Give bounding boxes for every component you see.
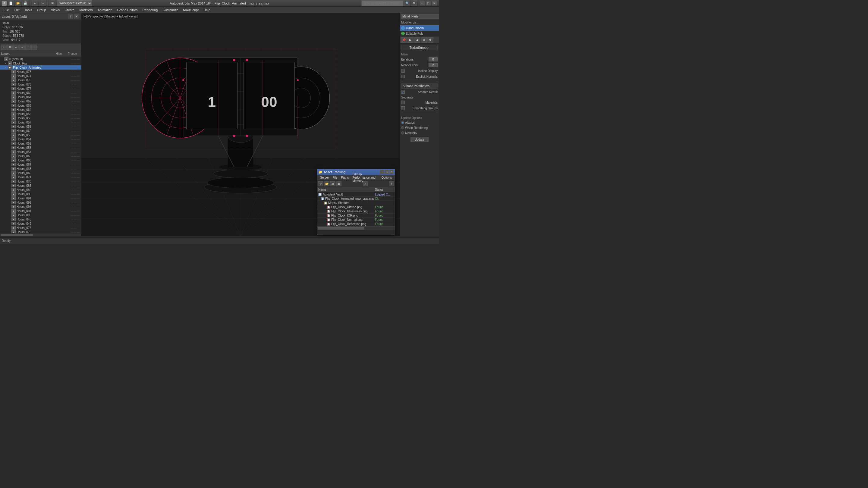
at-table-row[interactable]: 📄Flip_Clock_Reflection.pngFound xyxy=(317,222,395,226)
layer-item[interactable]: ■Hours_054— — — xyxy=(0,150,81,154)
delete-mod-btn[interactable]: 🗑 xyxy=(427,37,433,43)
layer-item[interactable]: ■Hours_069— — — xyxy=(0,171,81,175)
search-btn[interactable]: 🔍 xyxy=(404,0,410,6)
layer-item[interactable]: ■Hours_074— — — xyxy=(0,74,81,78)
layer-item[interactable]: ■Hours_066— — — xyxy=(0,158,81,162)
modifier-item[interactable]: Editable Poly xyxy=(400,31,439,36)
layer-item[interactable]: ■Hours_094— — — xyxy=(0,209,81,213)
layer-item[interactable]: ■Hours_052— — — xyxy=(0,141,81,145)
layer-item[interactable]: ■Hours_062— — — xyxy=(0,99,81,103)
minimize-btn[interactable]: ─ xyxy=(420,1,425,6)
explicit-normals-checkbox[interactable] xyxy=(401,75,405,78)
tb-new[interactable]: 📄 xyxy=(8,0,14,6)
layer-item[interactable]: ■Hours_078— — — xyxy=(0,226,81,230)
layers-delete-btn[interactable]: ✕ xyxy=(7,44,13,50)
layer-item[interactable]: ■Hours_090— — — xyxy=(0,192,81,196)
layer-item[interactable]: ■Hours_049— — — xyxy=(0,221,81,226)
layer-item[interactable]: ■Hours_075— — — xyxy=(0,78,81,82)
update-btn[interactable]: Update xyxy=(410,137,429,142)
at-set-path-btn[interactable]: 📂 xyxy=(324,181,330,186)
workspace-select[interactable]: Workspace: Default xyxy=(57,0,92,6)
layer-item[interactable]: ■Hours_067— — — xyxy=(0,162,81,167)
tb-save[interactable]: 💾 xyxy=(22,0,28,6)
at-refresh-btn[interactable]: ↻ xyxy=(318,181,323,186)
manually-radio[interactable] xyxy=(401,131,404,134)
at-minimize-btn[interactable]: ─ xyxy=(380,170,384,174)
at-close-btn[interactable]: ✕ xyxy=(390,170,394,174)
layer-item[interactable]: ■Hours_076— — — xyxy=(0,82,81,87)
layer-item[interactable]: ■Hours_095— — — xyxy=(0,213,81,217)
layers-add-btn[interactable]: ← xyxy=(13,44,19,50)
object-name-input[interactable] xyxy=(401,14,439,19)
layer-item[interactable]: ■Hours_070— — — xyxy=(0,179,81,184)
modifier-item[interactable]: TurboSmooth xyxy=(400,25,439,31)
at-table-row[interactable]: 📄Flip_Clock_Glossiness.pngFound xyxy=(317,209,395,214)
at-table-row[interactable]: 📄Flip_Clock_Animated_max_vray.maxOk xyxy=(317,197,395,201)
at-table-row[interactable]: 📄Flip_Clock_Normal.pngFound xyxy=(317,218,395,222)
isoline-checkbox[interactable] xyxy=(401,69,405,73)
menu-item-graph-editors[interactable]: Graph Editors xyxy=(115,7,140,12)
layer-item[interactable]: ■Hours_048— — — xyxy=(0,217,81,221)
layer-item[interactable]: ■Hours_092— — — xyxy=(0,200,81,204)
at-table-row[interactable]: 📄Flip_Clock_Diffuse.pngFound xyxy=(317,205,395,209)
configure-btn[interactable]: ⚙ xyxy=(421,37,427,43)
pin-stack-btn[interactable]: 📌 xyxy=(401,37,407,43)
layers-hscrollbar[interactable] xyxy=(0,233,81,236)
layers-new-btn[interactable]: + xyxy=(1,44,7,50)
tb-redo[interactable]: ↪ xyxy=(39,0,45,6)
show-result-btn[interactable]: ◀ xyxy=(414,37,420,43)
at-strip-btn[interactable]: ▦ xyxy=(336,181,341,186)
maximize-btn[interactable]: □ xyxy=(426,1,431,6)
layer-item[interactable]: ■Hours_058— — — xyxy=(0,124,81,129)
menu-item-create[interactable]: Create xyxy=(62,7,77,12)
smooth-result-checkbox[interactable] xyxy=(401,90,405,94)
materials-checkbox[interactable] xyxy=(401,101,405,104)
at-table-row[interactable]: 📄Autodesk VaultLogged O... xyxy=(317,193,395,197)
when-rendering-radio[interactable] xyxy=(401,126,404,129)
always-radio[interactable] xyxy=(401,121,404,124)
menu-item-group[interactable]: Group xyxy=(34,7,49,12)
smoothing-groups-checkbox[interactable] xyxy=(401,106,405,110)
tb-undo[interactable]: ↩ xyxy=(32,0,38,6)
layer-item[interactable]: ■Hours_077— — — xyxy=(0,87,81,91)
at-table-row[interactable]: 📄Flip_Clock_IOR.pngFound xyxy=(317,214,395,218)
menu-item-tools[interactable]: Tools xyxy=(22,7,35,12)
layer-close-btn[interactable]: ✕ xyxy=(74,14,79,19)
menu-item-modifiers[interactable]: Modifiers xyxy=(77,7,95,12)
layer-item[interactable]: ■Hours_065— — — xyxy=(0,154,81,158)
layer-item[interactable]: ■Hours_050— — — xyxy=(0,133,81,137)
layer-item[interactable]: ■Hours_057— — — xyxy=(0,120,81,124)
layer-item[interactable]: ■Hours_079— — — xyxy=(0,230,81,233)
layer-item[interactable]: ■Hours_068— — — xyxy=(0,167,81,171)
layer-item[interactable]: ■Hours_088— — — xyxy=(0,184,81,188)
at-info-btn[interactable]: i xyxy=(389,181,394,186)
at-menu-item-file[interactable]: File xyxy=(331,175,339,180)
menu-item-help[interactable]: Help xyxy=(201,7,213,12)
layer-item[interactable]: ■Hours_055— — — xyxy=(0,112,81,116)
at-menu-item-options[interactable]: Options xyxy=(380,175,394,180)
menu-item-rendering[interactable]: Rendering xyxy=(140,7,160,12)
close-btn[interactable]: ✕ xyxy=(432,1,437,6)
at-menu-item-paths[interactable]: Paths xyxy=(339,175,351,180)
layer-item[interactable]: ■Hours_061— — — xyxy=(0,95,81,99)
layer-help-btn[interactable]: ? xyxy=(68,14,73,19)
render-iters-input[interactable] xyxy=(429,63,438,67)
layer-item[interactable]: ▸■Clock_Rig— — — xyxy=(0,61,81,65)
menu-item-edit[interactable]: Edit xyxy=(11,7,22,12)
layer-item[interactable]: ■Hours_060— — — xyxy=(0,91,81,95)
layer-item[interactable]: ■Hours_089— — — xyxy=(0,188,81,192)
col-hide-label[interactable]: Hide xyxy=(53,52,65,56)
menu-item-views[interactable]: Views xyxy=(49,7,62,12)
at-horizontal-scrollbar[interactable] xyxy=(317,226,395,230)
at-help-btn[interactable]: ? xyxy=(363,181,368,186)
search-input[interactable] xyxy=(361,0,404,6)
tb-open[interactable]: 📂 xyxy=(15,0,21,6)
layer-item[interactable]: ■Hours_056— — — xyxy=(0,116,81,120)
at-menu-item-server[interactable]: Server xyxy=(318,175,331,180)
menu-item-file[interactable]: File xyxy=(1,7,11,12)
col-freeze-label[interactable]: Freeze xyxy=(65,52,80,56)
layer-item[interactable]: ■Hours_073— — — xyxy=(0,70,81,74)
layers-select-btn[interactable]: → xyxy=(19,44,25,50)
iterations-input[interactable] xyxy=(429,57,438,61)
layer-item[interactable]: ■Hours_053— — — xyxy=(0,145,81,150)
